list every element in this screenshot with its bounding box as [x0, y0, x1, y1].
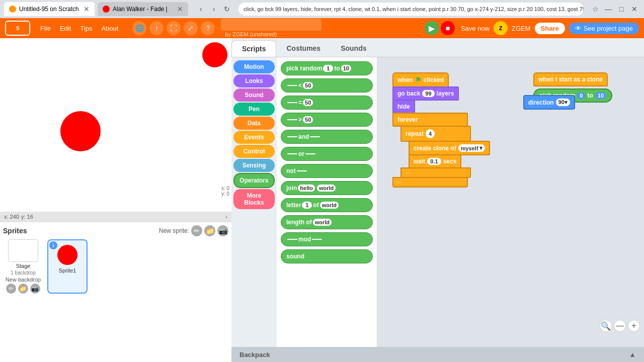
category-more[interactable]: More Blocks — [233, 189, 275, 209]
pick-random-to[interactable]: 10 — [341, 65, 351, 72]
repeat-num[interactable]: 4 — [426, 129, 435, 138]
clone-target[interactable]: myself ▾ — [458, 144, 485, 152]
address-bar[interactable]: click, go bck 99 layers, hide, forever, … — [238, 3, 584, 16]
back-button[interactable]: ‹ — [195, 4, 206, 15]
category-events[interactable]: Events — [233, 131, 275, 144]
block-length-of[interactable]: length of world — [281, 215, 373, 229]
category-motion[interactable]: Motion — [233, 60, 275, 73]
paint-new-sprite[interactable]: ✏ — [191, 225, 202, 236]
backpack-bar[interactable]: Backpack ▲ — [231, 347, 644, 362]
block-repeat[interactable]: repeat 4 — [400, 126, 471, 142]
tab-sounds[interactable]: Sounds — [331, 40, 376, 57]
letter-word[interactable]: world — [320, 202, 339, 209]
block-go-back[interactable]: go back 99 layers — [392, 86, 459, 101]
close-browser-icon[interactable]: ✕ — [629, 4, 640, 15]
or-right[interactable] — [305, 153, 315, 154]
sprite-item-1[interactable]: i Sprite1 — [47, 239, 88, 294]
coords-arrow[interactable]: › — [225, 214, 227, 220]
tab-scripts[interactable]: Scripts — [231, 40, 276, 57]
nav-edit[interactable]: Edit — [56, 23, 75, 34]
less-than-left[interactable] — [287, 85, 297, 86]
category-sensing[interactable]: Sensing — [233, 159, 275, 172]
tab-scratch-close[interactable]: ✕ — [84, 5, 90, 13]
see-project-button[interactable]: 👁 See project page — [569, 23, 639, 34]
nav-about[interactable]: About — [97, 23, 122, 34]
pick-random-from[interactable]: 1 — [323, 65, 333, 72]
tab-scratch[interactable]: Untitled-95 on Scratch ✕ — [4, 2, 95, 16]
direction-val[interactable]: 90▾ — [556, 99, 570, 106]
equals-right[interactable]: 50 — [303, 99, 313, 106]
zoom-reset-button[interactable]: — — [614, 320, 626, 332]
script-area[interactable]: when ⚑ clicked go back 99 layers hide — [377, 57, 644, 347]
reload-button[interactable]: ↻ — [221, 4, 232, 15]
block-create-clone[interactable]: create clone of myself ▾ — [409, 141, 490, 155]
block-hide[interactable]: hide — [392, 100, 415, 114]
backdrop-paint-icon[interactable]: ✏ — [6, 284, 16, 294]
upload-new-sprite[interactable]: 📁 — [204, 225, 215, 236]
block-not[interactable]: not — [281, 164, 373, 178]
stage-item[interactable]: Stage 1 backdrop New backdrop ✏ 📁 📷 — [3, 239, 43, 294]
sprite-info-button[interactable]: i — [49, 241, 57, 249]
stage-corner-sprite[interactable] — [202, 42, 227, 67]
letter-num[interactable]: 1 — [302, 202, 312, 209]
upload-icon[interactable]: ↑ — [149, 21, 164, 35]
mod-left[interactable] — [287, 239, 297, 240]
green-flag-button[interactable]: ▶ — [425, 21, 439, 35]
pick-random-script-from[interactable]: 0 — [577, 92, 585, 99]
stop-button[interactable]: ■ — [441, 21, 455, 35]
save-button[interactable]: Save now — [461, 25, 490, 32]
block-and[interactable]: and — [281, 130, 373, 144]
block-direction[interactable]: direction 90▾ — [523, 95, 575, 110]
category-data[interactable]: Data — [233, 117, 275, 130]
tab-youtube[interactable]: Alan Walker - Fade | ✕ — [98, 2, 188, 16]
maximize-icon[interactable]: □ — [616, 4, 627, 15]
category-looks[interactable]: Looks — [233, 74, 275, 87]
go-back-num[interactable]: 99 — [422, 90, 434, 97]
zoom-in-button[interactable]: + — [628, 320, 640, 332]
category-pen[interactable]: Pen — [233, 103, 275, 116]
block-or[interactable]: or — [281, 147, 373, 161]
not-input[interactable] — [297, 170, 307, 171]
share-button[interactable]: Share — [535, 23, 565, 34]
block-when-clicked[interactable]: when ⚑ clicked — [392, 72, 449, 87]
join-right[interactable]: world — [317, 185, 336, 192]
backdrop-camera-icon[interactable]: 📷 — [30, 284, 40, 294]
block-less-than[interactable]: < 50 — [281, 78, 373, 93]
bookmark-icon[interactable]: ☆ — [590, 4, 601, 15]
project-title-input[interactable]: Untitled-95 — [221, 19, 321, 31]
fullscreen-icon[interactable]: ⛶ — [167, 21, 181, 35]
or-left[interactable] — [287, 153, 297, 154]
and-right[interactable] — [310, 136, 320, 137]
greater-than-right[interactable]: 50 — [303, 116, 313, 123]
less-than-right[interactable]: 50 — [303, 82, 313, 89]
and-left[interactable] — [287, 136, 297, 137]
category-sound[interactable]: Sound — [233, 88, 275, 102]
scratch-logo[interactable]: S — [5, 21, 30, 36]
block-equals[interactable]: = 50 — [281, 96, 373, 110]
block-sound[interactable]: sound — [281, 249, 373, 263]
zoom-out-button[interactable]: 🔍 — [600, 320, 612, 332]
block-when-clone[interactable]: when I start as a clone — [533, 72, 608, 86]
block-wait[interactable]: wait 0.1 secs — [409, 154, 461, 168]
block-greater-than[interactable]: > 50 — [281, 113, 373, 127]
join-left[interactable]: hello — [298, 185, 315, 192]
block-join[interactable]: join hello world — [281, 181, 373, 195]
block-mod[interactable]: mod — [281, 232, 373, 246]
backdrop-upload-icon[interactable]: 📁 — [18, 284, 28, 294]
tab-youtube-close[interactable]: ✕ — [177, 5, 183, 13]
camera-new-sprite[interactable]: 📷 — [217, 225, 228, 236]
category-control[interactable]: Control — [233, 145, 275, 158]
equals-left[interactable] — [287, 102, 297, 103]
block-pick-random[interactable]: pick random 1 to 10 — [281, 61, 373, 75]
block-letter-of[interactable]: letter 1 of world — [281, 198, 373, 212]
wait-num[interactable]: 0.1 — [427, 158, 441, 165]
globe-icon[interactable]: 🌐 — [132, 21, 146, 35]
expand-icon[interactable]: ⤢ — [184, 21, 198, 35]
pick-random-script-to[interactable]: 10 — [595, 92, 606, 99]
help-icon[interactable]: ? — [201, 21, 215, 35]
forward-button[interactable]: › — [208, 4, 219, 15]
nav-tips[interactable]: Tips — [76, 23, 96, 34]
length-word[interactable]: world — [313, 219, 332, 226]
greater-than-left[interactable] — [287, 119, 297, 120]
tab-costumes[interactable]: Costumes — [276, 40, 331, 57]
